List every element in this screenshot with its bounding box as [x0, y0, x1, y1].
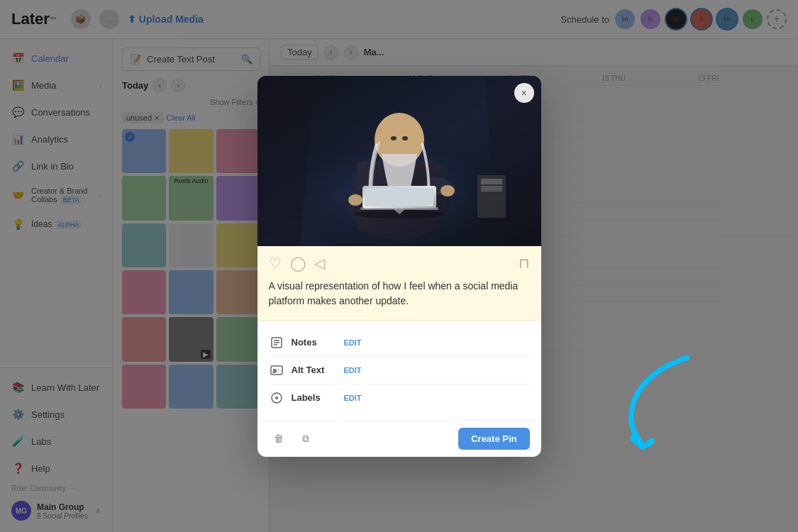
post-actions: ♡ ◯ ◁ ⊓ A visual representation of how I…	[257, 246, 541, 321]
svg-point-8	[348, 194, 362, 206]
create-pin-button[interactable]: Create Pin	[458, 428, 529, 450]
action-icons-row: ♡ ◯ ◁ ⊓	[269, 255, 530, 272]
post-caption: A visual representation of how I feel wh…	[269, 279, 530, 309]
alt-text-row: T Alt Text EDIT	[269, 357, 530, 384]
svg-rect-19	[481, 179, 502, 184]
heart-icon[interactable]: ♡	[269, 255, 282, 272]
comment-icon[interactable]: ◯	[290, 255, 306, 272]
notes-edit-button[interactable]: EDIT	[344, 338, 362, 347]
labels-row: Labels EDIT	[269, 384, 530, 411]
svg-rect-20	[481, 186, 502, 192]
svg-text:T: T	[277, 369, 279, 373]
notes-row: Notes EDIT	[269, 329, 530, 357]
svg-point-17	[353, 210, 445, 218]
footer-icons: 🗑 ⧉	[269, 428, 316, 448]
bookmark-icon[interactable]: ⊓	[519, 255, 530, 272]
modal-close-button[interactable]: ×	[514, 83, 534, 103]
modal-image	[257, 76, 541, 246]
modal-footer: 🗑 ⧉ Create Pin	[257, 420, 541, 457]
modal-overlay[interactable]: ×	[0, 0, 798, 532]
svg-rect-25	[271, 366, 282, 375]
svg-point-9	[440, 185, 455, 196]
svg-point-32	[275, 397, 278, 399]
svg-rect-16	[365, 188, 433, 206]
modal: ×	[257, 76, 541, 457]
labels-icon	[269, 390, 284, 406]
alt-text-icon: T	[269, 362, 284, 378]
labels-edit-button[interactable]: EDIT	[344, 394, 362, 402]
svg-point-12	[402, 136, 408, 140]
trash-icon[interactable]: 🗑	[269, 428, 289, 448]
wizard-image-svg	[257, 76, 541, 246]
modal-details: Notes EDIT T Alt Text EDIT Labels EDIT	[257, 321, 541, 420]
svg-point-11	[391, 136, 397, 140]
send-icon[interactable]: ◁	[314, 255, 325, 272]
notes-icon	[269, 335, 284, 350]
copy-icon[interactable]: ⧉	[296, 428, 316, 448]
alt-text-edit-button[interactable]: EDIT	[344, 366, 362, 375]
